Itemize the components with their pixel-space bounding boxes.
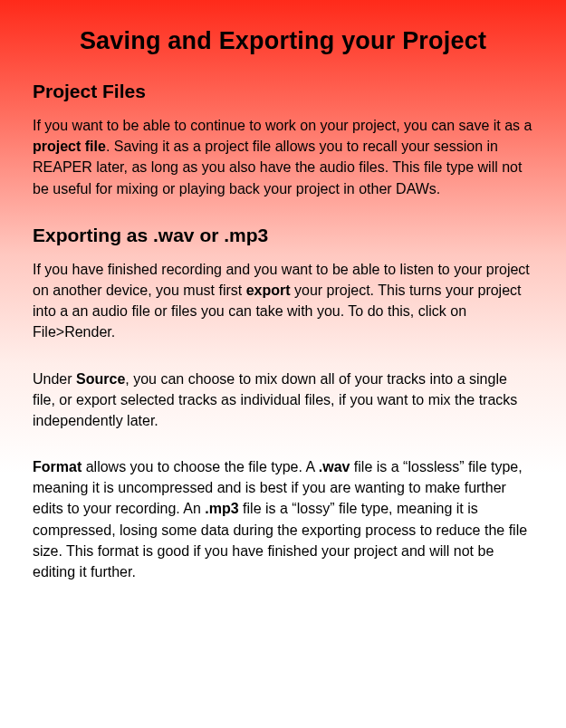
- text: Under: [33, 371, 76, 387]
- bold-format: Format: [33, 459, 82, 474]
- text: . Saving it as a project file allows you…: [33, 139, 522, 196]
- text: allows you to choose the file type. A: [82, 459, 319, 474]
- bold-project-file: project file: [33, 139, 106, 154]
- paragraph-source: Under Source, you can choose to mix down…: [33, 369, 533, 432]
- bold-source: Source: [76, 371, 125, 387]
- section-heading-exporting: Exporting as .wav or .mp3: [33, 225, 533, 246]
- bold-wav: .wav: [319, 459, 350, 474]
- text: If you want to be able to continue to wo…: [33, 118, 532, 133]
- page-title: Saving and Exporting your Project: [33, 27, 533, 55]
- paragraph-format: Format allows you to choose the file typ…: [33, 456, 533, 582]
- paragraph-exporting-intro: If you have finished recording and you w…: [33, 259, 533, 343]
- paragraph-project-files: If you want to be able to continue to wo…: [33, 115, 533, 199]
- section-heading-project-files: Project Files: [33, 81, 533, 102]
- bold-export: export: [246, 283, 291, 298]
- bold-mp3: .mp3: [205, 501, 238, 516]
